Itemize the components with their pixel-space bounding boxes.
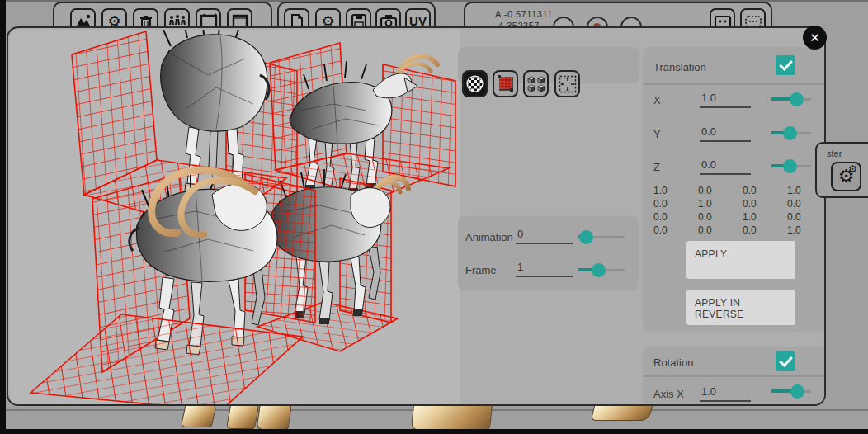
matrix-cell: 0.0 [787, 198, 825, 210]
settings-button[interactable]: ⚙ ⚙ [831, 162, 861, 191]
instance-group-button[interactable] [523, 70, 549, 97]
close-icon: ✕ [809, 31, 820, 45]
screen-edge [0, 0, 6, 434]
texture-sphere-icon [465, 74, 484, 93]
z-value-field[interactable]: 0.0 [700, 158, 751, 175]
matrix-cell: 0.0 [653, 224, 691, 236]
close-button[interactable]: ✕ [803, 26, 827, 50]
matrix-cell: 1.0 [653, 185, 691, 196]
matrix-cell: 0.0 [653, 198, 691, 210]
matrix-cell: 0.0 [698, 211, 736, 223]
z-slider[interactable] [771, 158, 811, 173]
matrix-cell: 0.0 [743, 224, 781, 236]
frame-slider[interactable] [578, 262, 625, 277]
matrix-cell: 0.0 [698, 224, 736, 236]
tool-dialog: Animation 0 Frame 1 Translation X 1.0 [7, 26, 826, 406]
matrix-cell: 0.0 [743, 198, 781, 210]
lattice-grid-icon [496, 74, 515, 93]
frame-slider-thumb[interactable] [592, 263, 606, 277]
instance-group-icon [526, 74, 546, 94]
screen-edge [6, 0, 868, 2]
axis-x-value-field[interactable]: 1.0 [700, 385, 751, 402]
rotation-title: Rotation [653, 356, 693, 369]
coordinate-readout-1: A -0.5711311 [495, 9, 553, 19]
animation-label: Animation [465, 231, 513, 243]
frame-value-field[interactable]: 1 [516, 261, 573, 277]
matrix-cell: 0.0 [743, 185, 781, 196]
lattice-scene [10, 30, 460, 406]
z-slider-thumb[interactable] [783, 159, 797, 173]
matrix-cell: 1.0 [698, 198, 736, 210]
matrix-cell: 0.0 [698, 185, 736, 196]
apply-in-reverse-button[interactable]: APPLY IN REVERSE [686, 290, 795, 325]
screen-edge [0, 429, 868, 434]
matrix-cell: 0.0 [787, 211, 825, 223]
animation-value-field[interactable]: 0 [516, 228, 573, 244]
y-label: Y [653, 128, 661, 140]
translation-title: Translation [653, 61, 706, 73]
x-slider[interactable] [771, 92, 811, 106]
translation-checkbox[interactable] [776, 55, 795, 75]
apply-button[interactable]: APPLY [686, 241, 795, 279]
y-slider[interactable] [771, 125, 811, 140]
divider [643, 83, 825, 85]
z-label: Z [653, 161, 660, 173]
animation-panel: Animation 0 Frame 1 [458, 216, 639, 290]
axis-x-slider[interactable] [771, 384, 811, 399]
side-panel-label: ster [827, 149, 842, 158]
animation-slider-thumb[interactable] [579, 230, 593, 244]
x-label: X [653, 94, 661, 106]
axis-x-slider-thumb[interactable] [790, 384, 804, 399]
app-screen: ⚙ [0, 0, 868, 434]
animation-slider[interactable] [578, 229, 625, 244]
matrix-cell: 1.0 [743, 211, 781, 223]
y-value-field[interactable]: 0.0 [700, 125, 751, 142]
fit-view-button[interactable] [554, 70, 580, 97]
rotation-checkbox[interactable] [776, 351, 795, 371]
lattice-grid-button[interactable] [493, 70, 518, 97]
matrix-cell: 1.0 [787, 224, 825, 236]
x-value-field[interactable]: 1.0 [700, 92, 751, 108]
x-slider-thumb[interactable] [790, 92, 804, 106]
axis-x-label: Axis X [653, 388, 684, 400]
frame-label: Frame [465, 264, 497, 276]
side-tool-panel: ster ⚙ ⚙ [815, 142, 868, 198]
gear-small-icon: ⚙ [848, 164, 857, 174]
viewport-toolbar [458, 47, 639, 83]
texture-sphere-button[interactable] [462, 70, 488, 97]
matrix-cell: 0.0 [653, 211, 691, 223]
3d-viewport[interactable] [10, 30, 460, 406]
divider [643, 375, 825, 377]
fit-view-icon [558, 74, 578, 94]
y-slider-thumb[interactable] [783, 126, 797, 140]
